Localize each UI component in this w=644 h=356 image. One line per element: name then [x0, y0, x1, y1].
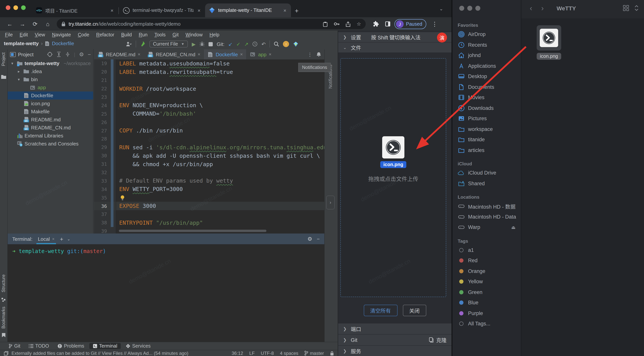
chevron-icon[interactable]: ▾: [16, 77, 21, 82]
window-controls[interactable]: [6, 5, 26, 10]
menu-help[interactable]: Help: [206, 32, 223, 37]
editor-tab-app[interactable]: app×: [246, 49, 275, 59]
sidebar-item-orange[interactable]: Orange: [452, 266, 521, 276]
sidebar-item-icloud-drive[interactable]: iCloud Drive: [452, 168, 521, 178]
code-editor[interactable]: 19LABEL metadata.usesubdomain=false20LAB…: [94, 59, 324, 233]
sidebar-item-yellow[interactable]: Yellow: [452, 276, 521, 287]
code-line-23[interactable]: 23: [94, 93, 324, 101]
tool-window-services[interactable]: Services: [122, 343, 154, 349]
menu-run[interactable]: Run: [135, 32, 151, 37]
undo-icon[interactable]: ↶: [262, 41, 266, 47]
status-window-icon[interactable]: [4, 351, 8, 356]
clipboard-icon[interactable]: [323, 21, 328, 27]
tool-window-git[interactable]: Git: [5, 343, 24, 349]
close-icon[interactable]: ×: [198, 52, 200, 57]
sidebar-item-all-tags-[interactable]: All Tags...: [452, 319, 521, 329]
sidebar-item-applications[interactable]: Applications: [452, 61, 521, 71]
bookmark-star-icon[interactable]: ☆: [357, 21, 361, 27]
collapse-all-icon[interactable]: [65, 52, 70, 57]
close-icon[interactable]: ×: [52, 237, 55, 241]
close-window-button[interactable]: [459, 6, 464, 11]
close-tab-icon[interactable]: ×: [197, 7, 201, 13]
breadcrumb-file[interactable]: Dockerfile: [52, 41, 74, 46]
terminal-output[interactable]: ➜ template-wetty git:(master): [8, 244, 324, 258]
file-encoding[interactable]: UTF-8: [261, 351, 274, 356]
terminal-settings-gear-icon[interactable]: ⚙: [308, 236, 312, 242]
stripe-tab-project[interactable]: Project: [1, 52, 6, 66]
chevron-down-icon[interactable]: ▾: [10, 61, 14, 65]
sidebar-item-documents[interactable]: Documents: [452, 82, 521, 92]
finder-window-controls[interactable]: [459, 6, 480, 11]
browser-menu-dots-icon[interactable]: ⋮: [432, 20, 438, 27]
menu-view[interactable]: View: [31, 32, 48, 37]
extensions-puzzle-icon[interactable]: [372, 21, 379, 27]
update-available-icon[interactable]: ↑: [283, 41, 289, 47]
forward-icon[interactable]: →: [17, 21, 28, 27]
menu-file[interactable]: File: [2, 32, 16, 37]
sidebar-item-airdrop[interactable]: AirDrop: [452, 29, 521, 40]
code-line-37[interactable]: 37: [94, 210, 324, 219]
debug-bug-icon[interactable]: [199, 41, 205, 47]
menu-build[interactable]: Build: [118, 32, 135, 37]
bell-icon[interactable]: [316, 52, 321, 57]
close-icon[interactable]: ×: [269, 52, 272, 57]
eject-icon[interactable]: ⏏: [511, 225, 516, 230]
code-line-26[interactable]: 26: [94, 118, 324, 126]
sidebar-item-warp[interactable]: Warp⏏: [452, 222, 521, 233]
git-push-icon[interactable]: ↗: [244, 41, 248, 47]
tree-item-app[interactable]: app: [8, 83, 93, 91]
chevron-icon[interactable]: ▸: [16, 69, 21, 73]
ide-gem-icon[interactable]: [293, 41, 298, 47]
sidebar-item-workspace[interactable]: workspace: [452, 124, 521, 134]
terminal-tab-local[interactable]: Local ×: [36, 233, 56, 244]
code-line-21[interactable]: 21: [94, 76, 324, 85]
sidebar-item-recents[interactable]: Recents: [452, 40, 521, 50]
caret-position[interactable]: 36:12: [232, 351, 243, 356]
sidebar-item-articles[interactable]: articles: [452, 145, 521, 156]
new-terminal-icon[interactable]: +: [60, 236, 64, 242]
code-line-31[interactable]: 31 && chmod +x /usr/bin/app: [94, 160, 324, 168]
tool-window-problems[interactable]: Problems: [54, 343, 88, 349]
file-upload-dropzone[interactable]: icon.png 拖拽或点击文件上传: [340, 58, 446, 297]
menu-tools[interactable]: Tools: [151, 32, 169, 37]
sort-chevrons-icon[interactable]: [634, 5, 639, 11]
back-chevron-icon[interactable]: ‹: [530, 4, 532, 13]
editor-tab-readme-cn-md[interactable]: MDREADME_CN.md×: [144, 49, 204, 59]
git-commit-check-icon[interactable]: ✓: [236, 41, 240, 47]
git-clone-button[interactable]: 克隆: [428, 336, 446, 344]
editor-options-dots-icon[interactable]: ⋮: [308, 51, 312, 57]
sidebar-item-movies[interactable]: Movies: [452, 92, 521, 103]
sidebar-item-johnd[interactable]: johnd: [452, 50, 521, 61]
sidebar-item-downloads[interactable]: Downloads: [452, 103, 521, 113]
sidebar-item-shared[interactable]: Shared: [452, 178, 521, 189]
code-line-35[interactable]: 35: [94, 193, 324, 202]
uploaded-file[interactable]: icon.png: [380, 136, 406, 168]
profile-chip[interactable]: J Paused: [394, 19, 426, 29]
horizontal-scrollbar[interactable]: [119, 230, 266, 232]
intention-bulb-icon[interactable]: [119, 195, 125, 200]
menu-git[interactable]: Git: [169, 32, 182, 37]
menu-refactor[interactable]: Refactor: [93, 32, 118, 37]
settings-gear-icon[interactable]: ⚙: [79, 51, 84, 57]
tool-window-todo[interactable]: TODO: [25, 343, 52, 349]
reload-icon[interactable]: ⟳: [30, 20, 40, 27]
expand-panel-chevron-icon[interactable]: ›: [326, 196, 335, 209]
tree-item-makefile[interactable]: Makefile: [8, 108, 93, 116]
line-separator[interactable]: LF: [249, 351, 255, 356]
demo-badge[interactable]: 演: [437, 32, 447, 42]
code-line-36[interactable]: 36EXPOSE 3000: [94, 202, 324, 210]
code-line-22[interactable]: 22WORKDIR /root/workspace: [94, 84, 324, 93]
new-tab-button[interactable]: +: [295, 7, 298, 15]
panel-section-服务[interactable]: ❯服务: [338, 345, 452, 356]
stripe-tab-bookmarks[interactable]: Bookmarks: [1, 307, 6, 329]
expand-all-icon[interactable]: [56, 52, 61, 57]
git-branch-widget[interactable]: master: [304, 351, 324, 356]
terminal-minimize-icon[interactable]: −: [317, 236, 320, 242]
tree-item-external-libraries[interactable]: External Libraries: [8, 132, 93, 140]
code-line-32[interactable]: 32: [94, 168, 324, 177]
menu-edit[interactable]: Edit: [16, 32, 31, 37]
search-icon[interactable]: [274, 41, 279, 47]
sidebar-item-a1[interactable]: a1: [452, 245, 521, 255]
tree-item-scratches-and-consoles[interactable]: Scratches and Consoles: [8, 140, 93, 148]
code-line-34[interactable]: 34ENV WETTY_PORT=3000: [94, 185, 324, 193]
